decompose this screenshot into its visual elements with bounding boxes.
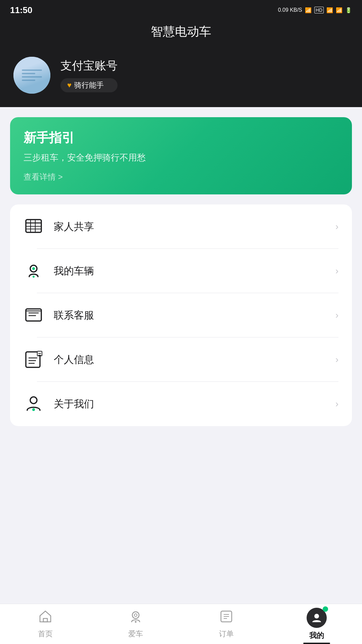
menu-card: 家人共享 › 我的车辆 › 联系客服 › <box>10 204 352 426</box>
page-title: 智慧电动车 <box>0 24 362 40</box>
status-bar: 11:50 0.09 KB/S 📶 HD 📶 📶 🔋 <box>0 0 362 20</box>
nav-item-mine[interactable]: 我的 <box>272 604 362 644</box>
badge-icon: ♥ <box>67 81 72 90</box>
nav-home-label: 首页 <box>38 629 53 639</box>
nav-item-love-car[interactable]: 爱车 <box>91 606 181 642</box>
mine-icon-special <box>307 608 327 628</box>
banner-title: 新手指引 <box>24 129 338 146</box>
svg-point-8 <box>33 276 35 278</box>
nav-item-home[interactable]: 首页 <box>0 606 91 642</box>
profile-badge: ♥ 骑行能手 <box>60 78 118 92</box>
personal-info-icon <box>24 350 44 370</box>
avatar[interactable] <box>13 57 50 94</box>
my-vehicle-icon <box>24 261 44 281</box>
orders-icon <box>219 609 234 626</box>
app-header: 智慧电动车 <box>0 20 362 50</box>
banner-description: 三步租车，安全免押骑行不用愁 <box>24 152 338 164</box>
svg-point-7 <box>32 267 35 270</box>
profile-name: 支付宝账号 <box>60 58 118 74</box>
family-share-arrow: › <box>335 221 338 232</box>
signal-icon-2: 📶 <box>336 7 343 13</box>
network-speed: 0.09 KB/S <box>278 7 302 13</box>
battery-icon: 🔋 <box>345 7 352 13</box>
family-share-icon <box>24 217 44 237</box>
family-share-label: 家人共享 <box>54 220 335 234</box>
menu-item-family-share[interactable]: 家人共享 › <box>10 204 352 249</box>
contact-service-icon <box>24 305 44 325</box>
personal-info-arrow: › <box>335 354 338 365</box>
about-us-arrow: › <box>335 399 338 409</box>
contact-service-arrow: › <box>335 310 338 321</box>
svg-point-23 <box>132 612 139 618</box>
signal-icon-1: 📶 <box>326 7 333 13</box>
love-car-icon <box>128 609 143 626</box>
home-icon <box>38 609 53 626</box>
about-us-icon <box>24 394 44 414</box>
menu-item-my-vehicle[interactable]: 我的车辆 › <box>10 249 352 293</box>
svg-point-25 <box>135 621 137 623</box>
hd-icon: HD <box>314 7 324 13</box>
status-icons: 0.09 KB/S 📶 HD 📶 📶 🔋 <box>278 7 352 13</box>
svg-rect-22 <box>43 618 47 622</box>
about-us-label: 关于我们 <box>54 397 335 411</box>
menu-item-about-us[interactable]: 关于我们 › <box>10 382 352 426</box>
nav-mine-label: 我的 <box>309 631 324 641</box>
nav-love-car-label: 爱车 <box>128 629 143 639</box>
my-vehicle-arrow: › <box>335 266 338 276</box>
svg-point-20 <box>30 397 37 404</box>
personal-info-label: 个人信息 <box>54 353 335 367</box>
wifi-icon: 📶 <box>305 7 312 13</box>
nav-item-orders[interactable]: 订单 <box>181 606 272 642</box>
bottom-nav: 首页 爱车 订单 <box>0 604 362 644</box>
badge-text: 骑行能手 <box>74 80 104 90</box>
my-vehicle-label: 我的车辆 <box>54 264 335 278</box>
banner-link[interactable]: 查看详情 > <box>24 172 338 182</box>
status-time: 11:50 <box>10 5 33 15</box>
profile-section: 支付宝账号 ♥ 骑行能手 <box>0 50 362 107</box>
nav-orders-label: 订单 <box>219 629 234 639</box>
svg-point-24 <box>134 614 137 616</box>
beginner-guide-banner[interactable]: 新手指引 三步租车，安全免押骑行不用愁 查看详情 > <box>10 117 352 194</box>
profile-info: 支付宝账号 ♥ 骑行能手 <box>60 58 118 92</box>
menu-item-personal-info[interactable]: 个人信息 › <box>10 337 352 382</box>
menu-item-contact-service[interactable]: 联系客服 › <box>10 293 352 337</box>
contact-service-label: 联系客服 <box>54 309 335 322</box>
svg-point-30 <box>314 614 319 618</box>
nav-active-indicator <box>303 643 330 644</box>
